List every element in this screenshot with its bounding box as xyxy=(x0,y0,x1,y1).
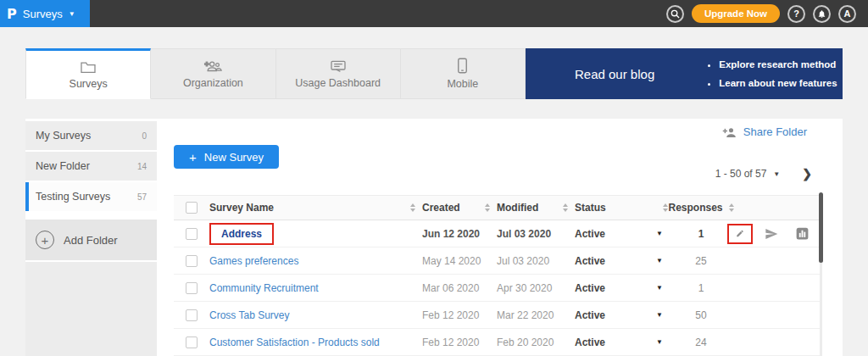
folder-count: 57 xyxy=(137,192,147,202)
responses-count: 1 xyxy=(698,282,704,294)
blog-banner[interactable]: Read our blog Explore research method Le… xyxy=(526,48,843,99)
status-value: Active xyxy=(575,309,605,321)
row-checkbox[interactable] xyxy=(186,337,198,348)
paper-plane-icon xyxy=(765,227,778,241)
pagination: 1 - 50 of 57 ▼ ❯ xyxy=(715,167,812,181)
tab-label: Surveys xyxy=(70,78,108,90)
row-checkbox[interactable] xyxy=(186,255,198,267)
bar-chart-icon xyxy=(796,227,809,240)
surveys-main: Share Folder + New Survey 1 - 50 of 57 ▼… xyxy=(157,119,843,356)
add-folder-button[interactable]: + Add Folder xyxy=(25,220,157,260)
tab-label: Mobile xyxy=(447,78,478,90)
sidebar-filler xyxy=(25,262,157,356)
send-survey-button[interactable] xyxy=(760,224,783,244)
sort-icon[interactable] xyxy=(563,203,568,212)
select-all-checkbox[interactable] xyxy=(186,202,198,214)
banner-bullet: Explore research method xyxy=(719,55,837,74)
add-person-icon xyxy=(722,126,737,138)
survey-name-link[interactable]: Cross Tab Survey xyxy=(209,309,289,321)
survey-name-link[interactable]: Address xyxy=(209,223,274,245)
banner-bullet-list: Explore research method Learn about new … xyxy=(707,55,837,93)
status-dropdown-caret[interactable]: ▼ xyxy=(656,257,663,264)
next-page-button[interactable]: ❯ xyxy=(802,167,812,181)
banner-title: Read our blog xyxy=(575,67,654,81)
help-button[interactable]: ? xyxy=(787,5,805,23)
content-card: My Surveys 0 New Folder 14 Testing Surve… xyxy=(25,119,843,356)
reports-button[interactable] xyxy=(790,224,814,244)
survey-name-link[interactable]: Games preferences xyxy=(209,255,298,267)
column-header-modified: Modified xyxy=(497,202,538,214)
plus-circle-icon: + xyxy=(36,231,54,249)
table-row: Games preferences May 14 2020 Jul 03 202… xyxy=(174,248,822,275)
sort-icon[interactable] xyxy=(410,203,415,212)
notifications-button[interactable] xyxy=(813,5,831,23)
pagination-range-dropdown[interactable]: 1 - 50 of 57 ▼ xyxy=(715,168,781,180)
search-button[interactable] xyxy=(666,5,684,23)
upgrade-now-button[interactable]: Upgrade Now xyxy=(692,4,780,23)
status-dropdown-caret[interactable]: ▼ xyxy=(656,311,663,319)
pencil-icon xyxy=(736,227,744,240)
created-date: Mar 06 2020 xyxy=(422,282,479,294)
modified-date: Jul 03 2020 xyxy=(497,228,551,240)
row-checkbox[interactable] xyxy=(186,228,198,240)
phone-icon xyxy=(457,58,468,74)
sort-icon[interactable] xyxy=(663,203,668,212)
table-header-row: Survey Name Created Modified Status Resp… xyxy=(174,195,822,220)
status-value: Active xyxy=(575,337,605,348)
responses-count: 1 xyxy=(698,228,704,240)
status-dropdown-caret[interactable]: ▼ xyxy=(656,338,663,346)
chevron-down-icon: ▼ xyxy=(773,170,780,178)
folders-sidebar: My Surveys 0 New Folder 14 Testing Surve… xyxy=(25,119,157,356)
tab-organization[interactable]: Organization xyxy=(151,48,275,99)
surveys-table: Survey Name Created Modified Status Resp… xyxy=(174,195,822,356)
responses-count: 50 xyxy=(695,309,706,321)
modified-date: Apr 30 2020 xyxy=(497,282,552,294)
product-switcher[interactable]: P Surveys ▼ xyxy=(0,0,90,27)
status-value: Active xyxy=(575,255,605,267)
topbar: P Surveys ▼ Upgrade Now ? A xyxy=(0,0,868,27)
created-date: May 14 2020 xyxy=(422,255,481,267)
column-header-responses: Responses xyxy=(668,202,722,214)
avatar[interactable]: A xyxy=(838,5,856,23)
created-date: Feb 12 2020 xyxy=(422,337,479,348)
folder-count: 14 xyxy=(137,162,147,171)
status-dropdown-caret[interactable]: ▼ xyxy=(656,284,663,292)
table-body: Address Jun 12 2020 Jul 03 2020 Active ▼… xyxy=(174,220,822,356)
dashboard-icon xyxy=(330,59,347,73)
survey-name-link[interactable]: Community Recruitment xyxy=(209,282,319,294)
created-date: Jun 12 2020 xyxy=(422,228,480,240)
tab-mobile[interactable]: Mobile xyxy=(401,48,526,99)
edit-survey-button[interactable] xyxy=(727,224,753,244)
sidebar-item-my-surveys[interactable]: My Surveys 0 xyxy=(25,121,157,150)
tab-usage-dashboard[interactable]: Usage Dashboard xyxy=(276,48,401,99)
sort-icon[interactable] xyxy=(485,203,490,212)
folder-count: 0 xyxy=(142,131,147,141)
row-checkbox[interactable] xyxy=(186,309,198,321)
tab-surveys[interactable]: Surveys xyxy=(25,48,151,99)
tabs-row: Surveys Organization Usage Dashboard Mob… xyxy=(25,48,843,99)
status-dropdown-caret[interactable]: ▼ xyxy=(656,230,663,237)
share-folder-button[interactable]: Share Folder xyxy=(722,125,807,138)
modified-date: Feb 20 2020 xyxy=(497,337,554,348)
status-value: Active xyxy=(575,282,605,294)
chevron-down-icon: ▼ xyxy=(69,10,75,18)
sort-icon[interactable] xyxy=(729,203,734,212)
add-group-icon xyxy=(203,59,222,73)
scrollbar-track[interactable] xyxy=(820,263,822,356)
scrollbar-thumb[interactable] xyxy=(819,192,823,263)
folder-name: My Surveys xyxy=(36,130,91,142)
table-row: Address Jun 12 2020 Jul 03 2020 Active ▼… xyxy=(174,220,822,248)
sidebar-item-new-folder[interactable]: New Folder 14 xyxy=(25,152,157,181)
folder-icon xyxy=(80,60,97,74)
table-row: Community Recruitment Mar 06 2020 Apr 30… xyxy=(174,275,822,302)
sidebar-item-testing-surveys[interactable]: Testing Surveys 57 xyxy=(25,182,157,211)
plus-icon: + xyxy=(189,150,197,164)
folder-name: Testing Surveys xyxy=(36,191,110,203)
new-survey-button[interactable]: + New Survey xyxy=(174,145,279,169)
main-tabs: Surveys Organization Usage Dashboard Mob… xyxy=(25,48,526,99)
survey-name-link[interactable]: Customer Satisfaction - Products sold xyxy=(209,337,380,348)
new-survey-label: New Survey xyxy=(204,151,264,164)
created-date: Feb 12 2020 xyxy=(422,309,479,321)
topbar-actions: Upgrade Now ? A xyxy=(666,4,868,23)
row-checkbox[interactable] xyxy=(186,282,198,294)
